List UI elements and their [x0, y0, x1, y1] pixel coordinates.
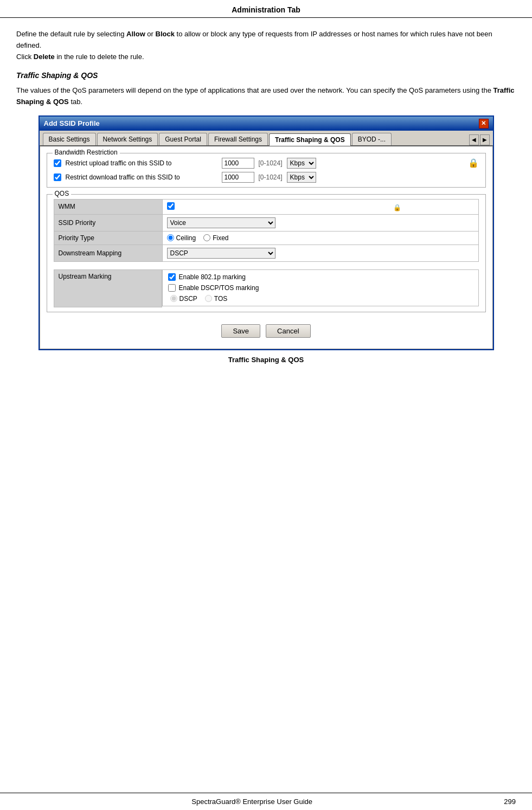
wmm-lock-icon: 🔒 [393, 204, 401, 211]
download-checkbox[interactable] [54, 173, 61, 181]
tab-nav-next[interactable]: ▶ [480, 134, 490, 145]
page-footer: SpectraGuard® Enterprise User Guide 299 [0, 793, 532, 810]
body-text: The values of the QoS parameters will de… [16, 85, 516, 108]
wmm-label: WMM [54, 199, 162, 214]
ssid-priority-value-cell: Voice Video Best Effort Background [162, 214, 478, 231]
upstream-label-cell: Upstream Marking [54, 269, 162, 307]
downstream-label: Downstream Mapping [54, 245, 162, 261]
dscp-radio[interactable] [170, 295, 177, 302]
enable-dscp-tos-label: Enable DSCP/TOS marking [179, 284, 259, 292]
qos-priority-type-row: Priority Type Ceiling Fixed [54, 231, 478, 245]
upload-lock-icon: 🔒 [468, 158, 479, 168]
ssid-priority-label: SSID Priority [54, 214, 162, 231]
add-ssid-dialog: Add SSID Profile ✕ Basic Settings Networ… [39, 115, 494, 350]
ssid-priority-select[interactable]: Voice Video Best Effort Background [167, 217, 275, 228]
qos-section-label: QOS [53, 190, 72, 197]
upstream-enable-dscp-row: Enable DSCP/TOS marking [168, 284, 473, 292]
qos-wmm-row: WMM 🔒 [54, 199, 478, 214]
download-range: [0-1024] [259, 173, 283, 181]
upload-checkbox[interactable] [54, 159, 61, 167]
upload-value-input[interactable] [222, 158, 254, 169]
qos-table: WMM 🔒 SSID Priority Voice [54, 199, 479, 262]
dialog-caption: Traffic Shaping & QOS [16, 356, 516, 364]
upstream-value-cell: Enable 802.1p marking Enable DSCP/TOS ma… [162, 269, 479, 306]
tab-nav-controls: ◀ ▶ [469, 134, 490, 145]
dialog-title: Add SSID Profile [44, 119, 100, 127]
footer-text: SpectraGuard® Enterprise User Guide [191, 798, 312, 806]
bandwidth-section-label: Bandwidth Restriction [53, 149, 120, 156]
downstream-select[interactable]: DSCP TOS [167, 248, 275, 259]
tab-firewall-settings[interactable]: Firewall Settings [208, 133, 268, 145]
upload-row: Restrict upload traffic on this SSID to … [54, 158, 479, 169]
downstream-value-cell: DSCP TOS [162, 245, 478, 261]
dialog-buttons: Save Cancel [47, 319, 486, 342]
upload-unit-select[interactable]: Kbps Mbps [287, 158, 316, 169]
ceiling-radio[interactable] [167, 234, 174, 241]
bandwidth-restriction-section: Bandwidth Restriction Restrict upload tr… [47, 153, 486, 188]
page-title: Administration Tab [0, 0, 532, 18]
tabs-row: Basic Settings Network Settings Guest Po… [40, 131, 493, 145]
qos-downstream-row: Downstream Mapping DSCP TOS [54, 245, 478, 261]
footer-page-number: 299 [504, 798, 532, 806]
tab-traffic-shaping[interactable]: Traffic Shaping & QOS [269, 133, 351, 146]
upstream-container: Upstream Marking Enable 802.1p marking E… [54, 269, 479, 307]
tab-network-settings[interactable]: Network Settings [97, 133, 158, 145]
download-label: Restrict download traffic on this SSID t… [66, 173, 217, 181]
upstream-enable-8021p-row: Enable 802.1p marking [168, 273, 473, 281]
tos-radio-label[interactable]: TOS [205, 295, 227, 303]
dscp-radio-label[interactable]: DSCP [170, 295, 197, 303]
enable-8021p-label: Enable 802.1p marking [179, 273, 246, 281]
upload-label: Restrict upload traffic on this SSID to [66, 159, 217, 167]
upload-range: [0-1024] [259, 159, 283, 167]
section-heading: Traffic Shaping & QOS [16, 71, 516, 80]
priority-type-label: Priority Type [54, 231, 162, 245]
qos-section: QOS WMM 🔒 SSID Priorit [47, 194, 486, 312]
fixed-radio[interactable] [203, 234, 210, 241]
tab-guest-portal[interactable]: Guest Portal [159, 133, 207, 145]
fixed-radio-label[interactable]: Fixed [203, 234, 228, 242]
tab-nav-prev[interactable]: ◀ [469, 134, 479, 145]
dialog-close-button[interactable]: ✕ [479, 119, 489, 128]
save-button[interactable]: Save [221, 324, 260, 338]
cancel-button[interactable]: Cancel [266, 324, 310, 338]
ceiling-radio-label[interactable]: Ceiling [167, 234, 196, 242]
dialog-body: Bandwidth Restriction Restrict upload tr… [40, 145, 493, 349]
upstream-dscp-tos-radio-group: DSCP TOS [168, 295, 473, 303]
tos-radio[interactable] [205, 295, 212, 302]
tab-basic-settings[interactable]: Basic Settings [43, 133, 96, 145]
enable-dscp-tos-checkbox[interactable] [168, 284, 176, 292]
download-value-input[interactable] [222, 172, 254, 183]
wmm-checkbox[interactable] [167, 202, 175, 210]
upstream-marking-label: Upstream Marking [59, 273, 112, 280]
download-unit-select[interactable]: Kbps Mbps [287, 172, 316, 183]
dialog-titlebar: Add SSID Profile ✕ [40, 117, 493, 131]
priority-type-radio-group: Ceiling Fixed [167, 234, 474, 242]
qos-ssid-priority-row: SSID Priority Voice Video Best Effort Ba… [54, 214, 478, 231]
intro-text: Define the default rule by selecting All… [16, 29, 516, 62]
wmm-value-cell: 🔒 [162, 199, 478, 214]
enable-8021p-checkbox[interactable] [168, 273, 176, 281]
priority-type-value-cell: Ceiling Fixed [162, 231, 478, 245]
tab-byod[interactable]: BYOD -... [352, 133, 392, 145]
download-row: Restrict download traffic on this SSID t… [54, 172, 479, 183]
